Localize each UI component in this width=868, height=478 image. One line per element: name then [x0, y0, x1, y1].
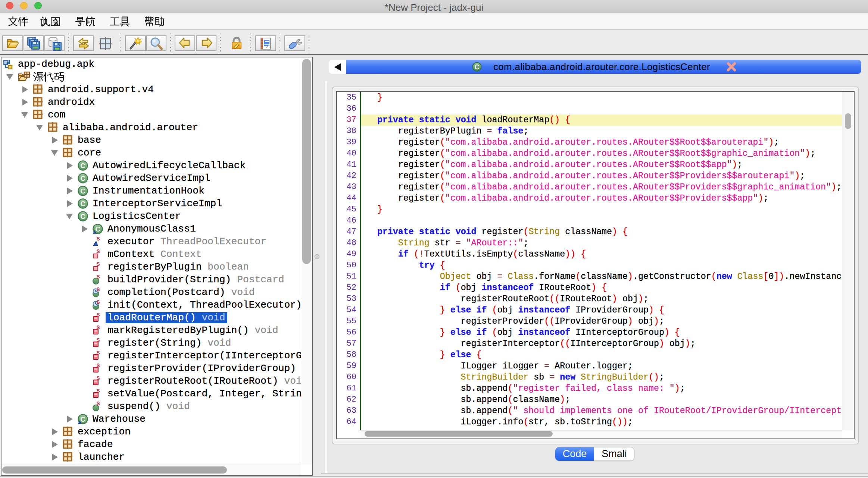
svg-text:C: C — [80, 174, 85, 182]
svg-text:C: C — [80, 162, 85, 170]
svg-text:S: S — [96, 312, 100, 318]
svg-text:C: C — [475, 63, 480, 71]
svg-text:S: S — [96, 389, 100, 394]
svg-text:S: S — [96, 325, 100, 331]
svg-text:S: S — [96, 376, 100, 382]
svg-text:C: C — [80, 200, 85, 208]
svg-text:S: S — [96, 236, 100, 242]
svg-text:S: S — [96, 363, 100, 369]
svg-text:S: S — [96, 300, 100, 306]
svg-text:C: C — [80, 415, 85, 423]
svg-text:S: S — [96, 350, 100, 356]
svg-text:S: S — [96, 274, 100, 280]
svg-text:C: C — [80, 213, 85, 220]
svg-text:C: C — [80, 187, 85, 195]
svg-text:S: S — [96, 262, 100, 268]
svg-text:S: S — [96, 287, 100, 293]
svg-text:S: S — [96, 401, 100, 407]
svg-text:S: S — [96, 249, 100, 255]
svg-text:S: S — [96, 338, 100, 344]
svg-text:C: C — [95, 225, 100, 233]
